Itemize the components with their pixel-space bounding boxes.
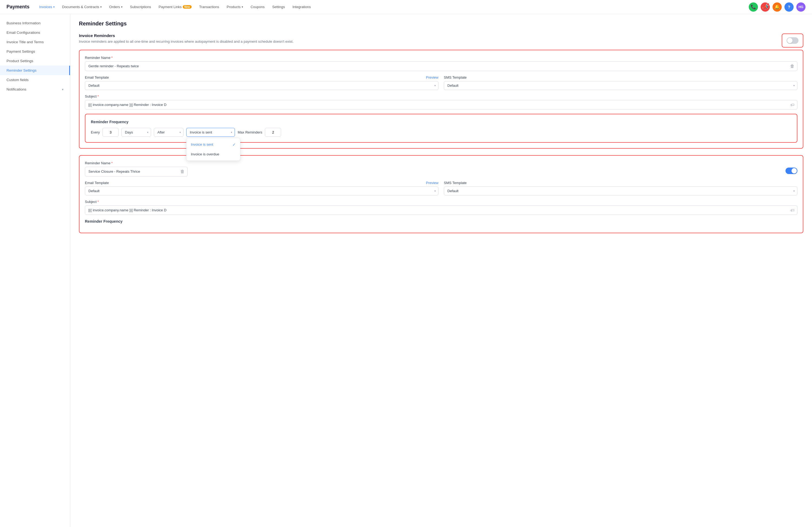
max-reminders-label: Max Reminders bbox=[237, 130, 262, 134]
nav-transactions[interactable]: Transactions bbox=[196, 3, 222, 11]
reminder1-days-wrap: Days ▾ bbox=[121, 128, 151, 137]
reminder1-subject-required: * bbox=[97, 94, 99, 98]
reminder2-subject-group: Subject * 🏷 bbox=[85, 200, 797, 215]
reminder2-email-preview[interactable]: Preview bbox=[426, 181, 438, 185]
bell-button[interactable]: 🔔 bbox=[772, 2, 782, 12]
reminder1-subject-input[interactable] bbox=[85, 101, 788, 109]
dropdown-check-icon: ✓ bbox=[232, 143, 236, 147]
reminder2-frequency-header: Reminder Frequency bbox=[85, 219, 797, 223]
reminder1-email-preview[interactable]: Preview bbox=[426, 75, 438, 79]
nav-integrations[interactable]: Integrations bbox=[289, 3, 314, 11]
reminder1-email-select[interactable]: Default bbox=[85, 81, 438, 90]
reminder2-name-input[interactable] bbox=[85, 167, 178, 176]
megaphone-button[interactable]: 📣 bbox=[760, 2, 770, 12]
reminder1-trigger-dropdown: Invoice is sent ✓ Invoice is overdue bbox=[186, 138, 240, 161]
every-label: Every bbox=[91, 130, 100, 134]
reminder2-subject-input[interactable] bbox=[85, 206, 788, 214]
sidebar-item-email-configurations[interactable]: Email Configurations bbox=[0, 28, 70, 37]
reminder2-sms-label: SMS Template bbox=[444, 181, 797, 185]
reminder2-delete-icon[interactable]: 🗑 bbox=[178, 167, 187, 176]
nav-settings[interactable]: Settings bbox=[269, 3, 288, 11]
nav-actions: 📞 📣 🔔 ? HG bbox=[749, 2, 806, 12]
orders-chevron-icon: ▾ bbox=[121, 5, 122, 9]
nav-menu: Invoices ▾ Documents & Contracts ▾ Order… bbox=[36, 3, 749, 11]
reminder1-days-select[interactable]: Days bbox=[121, 128, 151, 137]
reminder2-name-required: * bbox=[111, 161, 113, 165]
reminder1-toggle[interactable] bbox=[787, 37, 798, 44]
reminder1-toggle-knob bbox=[787, 38, 793, 43]
nav-products[interactable]: Products ▾ bbox=[223, 3, 246, 11]
reminder2-email-template-col: Email Template Preview Default ▾ bbox=[85, 181, 438, 195]
reminder1-subject-label: Subject * bbox=[85, 94, 797, 98]
reminder1-trigger-select[interactable]: Invoice is sent Invoice is overdue bbox=[186, 128, 235, 137]
main-content: Reminder Settings Invoice Reminders Invo… bbox=[70, 14, 812, 527]
documents-chevron-icon: ▾ bbox=[100, 5, 102, 9]
reminder2-email-select[interactable]: Default bbox=[85, 187, 438, 195]
reminder2-email-select-wrap: Default ▾ bbox=[85, 187, 438, 195]
reminder1-sms-label: SMS Template bbox=[444, 75, 797, 79]
reminder1-email-select-wrap: Default ▾ bbox=[85, 81, 438, 90]
nav-payment-links[interactable]: Payment Links New bbox=[156, 3, 195, 11]
reminder1-freq-title: Reminder Frequency bbox=[91, 120, 792, 124]
reminder2-subject-input-wrap: 🏷 bbox=[85, 205, 797, 215]
reminder2-name-input-wrap: 🗑 bbox=[85, 167, 188, 176]
reminder1-every-input[interactable] bbox=[102, 128, 119, 137]
reminder2-toggle[interactable] bbox=[785, 167, 797, 174]
reminder1-trigger-select-wrap: Invoice is sent Invoice is overdue ▾ bbox=[186, 128, 235, 137]
reminder1-name-required: * bbox=[111, 56, 113, 60]
reminder1-sms-select[interactable]: Default bbox=[444, 81, 797, 90]
reminder2-name-label: Reminder Name * bbox=[85, 161, 781, 165]
help-button[interactable]: ? bbox=[784, 2, 794, 12]
reminder2-sms-template-col: SMS Template Default ▾ bbox=[444, 181, 797, 195]
reminder2-header: Reminder Name * 🗑 bbox=[85, 161, 797, 176]
sidebar-item-notifications[interactable]: Notifications ▾ bbox=[0, 85, 70, 94]
nav-orders[interactable]: Orders ▾ bbox=[106, 3, 126, 11]
nav-coupons[interactable]: Coupons bbox=[247, 3, 268, 11]
reminder1-after-wrap: After ▾ bbox=[154, 128, 184, 137]
reminder1-frequency-section: Reminder Frequency Every Days ▾ After bbox=[85, 114, 797, 143]
sidebar-item-custom-fields[interactable]: Custom fields bbox=[0, 75, 70, 85]
nav-documents[interactable]: Documents & Contracts ▾ bbox=[59, 3, 105, 11]
reminder2-sms-select-wrap: Default ▾ bbox=[444, 187, 797, 195]
reminder2-card: Reminder Name * 🗑 Email Template bbox=[79, 155, 803, 233]
reminder1-toggle-box bbox=[782, 33, 803, 47]
notifications-chevron-icon: ▾ bbox=[62, 88, 63, 91]
reminder1-sms-template-col: SMS Template Default ▾ bbox=[444, 75, 797, 90]
reminder1-after-select[interactable]: After bbox=[154, 128, 184, 137]
top-navigation: Payments Invoices ▾ Documents & Contract… bbox=[0, 0, 812, 14]
user-avatar[interactable]: HG bbox=[796, 2, 806, 12]
sidebar-item-business-information[interactable]: Business Information bbox=[0, 18, 70, 28]
reminder2-sms-select[interactable]: Default bbox=[444, 187, 797, 195]
nav-subscriptions[interactable]: Subscriptions bbox=[127, 3, 154, 11]
nav-invoices[interactable]: Invoices ▾ bbox=[36, 3, 58, 11]
reminder1-trigger-container: Invoice is sent Invoice is overdue ▾ Inv… bbox=[186, 128, 235, 137]
reminder2-name-group: Reminder Name * 🗑 bbox=[85, 161, 781, 176]
sidebar-item-reminder-settings[interactable]: Reminder Settings bbox=[0, 66, 70, 75]
sidebar-item-invoice-title[interactable]: Invoice Title and Terms bbox=[0, 37, 70, 47]
reminder2-toggle-knob bbox=[792, 168, 797, 174]
reminder1-email-template-col: Email Template Preview Default ▾ bbox=[85, 75, 438, 90]
phone-button[interactable]: 📞 bbox=[749, 2, 758, 12]
sidebar: Business Information Email Configuration… bbox=[0, 14, 70, 527]
invoices-chevron-icon: ▾ bbox=[53, 5, 55, 9]
reminder1-name-input[interactable] bbox=[85, 62, 787, 70]
reminder2-subject-label: Subject * bbox=[85, 200, 797, 204]
sidebar-item-product-settings[interactable]: Product Settings bbox=[0, 56, 70, 66]
reminder1-sms-select-wrap: Default ▾ bbox=[444, 81, 797, 90]
reminder1-freq-row: Every Days ▾ After ▾ bbox=[91, 128, 792, 137]
page-title: Reminder Settings bbox=[79, 20, 803, 27]
reminder1-name-input-wrap: 🗑 bbox=[85, 61, 797, 71]
reminder1-max-reminders-input[interactable] bbox=[265, 128, 281, 137]
products-chevron-icon: ▾ bbox=[242, 5, 243, 9]
reminder1-template-row: Email Template Preview Default ▾ SMS Tem… bbox=[85, 75, 797, 90]
dropdown-option-invoice-sent[interactable]: Invoice is sent ✓ bbox=[187, 140, 240, 149]
section-title: Invoice Reminders bbox=[79, 33, 803, 38]
reminder1-name-label: Reminder Name * bbox=[85, 56, 797, 60]
sidebar-item-payment-settings[interactable]: Payment Settings bbox=[0, 47, 70, 56]
reminder1-subject-input-wrap: 🏷 bbox=[85, 100, 797, 109]
dropdown-option-invoice-overdue[interactable]: Invoice is overdue bbox=[187, 149, 240, 159]
reminder2-subject-tag-icon[interactable]: 🏷 bbox=[788, 206, 797, 215]
reminder1-delete-icon[interactable]: 🗑 bbox=[787, 62, 797, 71]
reminder1-email-label: Email Template bbox=[85, 75, 109, 79]
reminder1-subject-tag-icon[interactable]: 🏷 bbox=[788, 100, 797, 109]
